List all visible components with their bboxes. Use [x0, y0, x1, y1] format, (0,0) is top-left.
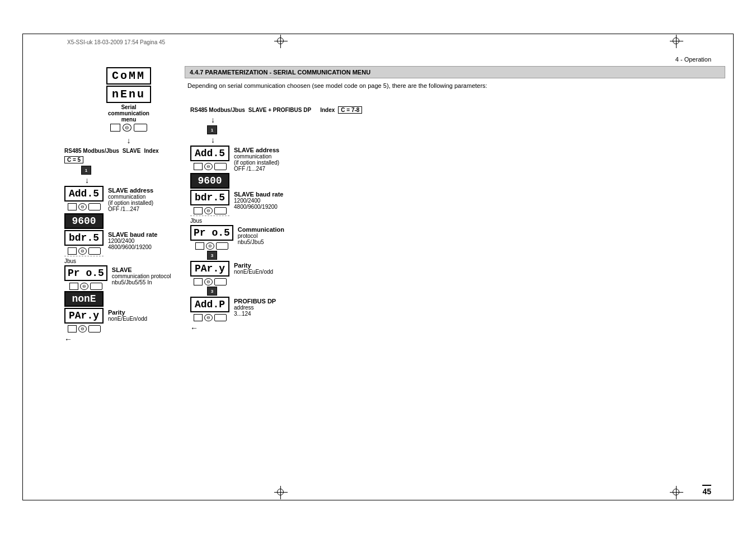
ctrl-sq [68, 203, 77, 210]
ctrl-rect-r5 [214, 314, 227, 321]
dark-num-3-right: 3 [207, 251, 217, 260]
par4-display-right: PAr.y [190, 261, 229, 277]
par4-label-line1-right: nonE/EuEn/odd [234, 269, 273, 275]
par4-display-left: PAr.y [64, 308, 104, 324]
ctrl-circ-r5: ⊖ [204, 314, 213, 321]
dark-num-3b-right: 3 [207, 287, 217, 296]
header-file-info: X5-SSI-uk 18-03-2009 17:54 Pagina 45 [67, 39, 165, 45]
crosshair-top-right [670, 35, 683, 48]
section-heading-bar: 4.4.7 PARAMETERIZATION - SERIAL COMMUNIC… [185, 66, 725, 78]
dark-num-1-right: 1 [207, 125, 217, 134]
pro5-display-left: Pr o.5 [64, 265, 107, 281]
comm-display: CoMM [106, 67, 151, 85]
page-border-bottom [22, 500, 734, 500]
ctrl-sq2 [68, 247, 77, 255]
pro5-label-bold-left: SLAVE [112, 266, 171, 273]
right-block5: Add.P ⊖ PROFIBUS DP address 3...124 [190, 297, 554, 321]
add5-label-bold-left: SLAVE address [108, 187, 153, 194]
ctrl-rect2 [88, 247, 101, 255]
ctrl-circ3: ⊖ [80, 283, 88, 290]
add5-label-line3-right: OFF /1...247 [234, 166, 279, 172]
index-box-right: C = 7-8 [338, 106, 362, 114]
right-block3: Pr o.5 ⊖ Communication protocol nbu5/Jbu… [190, 225, 554, 250]
bdr5-label-line2-left: 4800/9600/19200 [108, 244, 157, 250]
pro5-label-line2-right: nbu5/Jbu5 [238, 239, 284, 245]
ctrl-rect-r1 [214, 163, 227, 170]
page-border-left [22, 34, 23, 500]
crosshair-bottom-right [670, 486, 683, 499]
ctrl-rect-r3 [216, 242, 228, 250]
ctrl-rect4 [88, 325, 101, 332]
add5-display-right: Add.5 [190, 146, 229, 161]
ctrl-circ-r3: ⊖ [206, 242, 214, 250]
add5-label-line2-right: (if option installed) [234, 160, 279, 166]
ctrl-sq-1 [110, 124, 120, 132]
right-block1: Add.5 ⊖ SLAVE address communication (if … [190, 146, 554, 172]
bdr5-label-line2-right: 4800/9600/19200 [234, 204, 283, 210]
ctrl-circ: ⊖ [78, 203, 87, 210]
ctrl-circ2: ⊖ [78, 247, 87, 255]
add5-display-left: Add.5 [64, 186, 104, 202]
bdr5-display-right: bdr.5 [190, 190, 229, 205]
page-border-right [733, 34, 734, 500]
ctrl-circ-r4: ⊖ [204, 278, 213, 285]
pro5-label-bold-right: Communication [238, 226, 284, 233]
crosshair-top-left [274, 35, 288, 48]
ctrl-sq-r4 [194, 278, 203, 285]
add5-label-line1-left: communication [108, 194, 153, 200]
dark-num-1-left: 1 [81, 166, 91, 175]
ctrl-sq-r3 [195, 242, 204, 250]
crosshair-bottom-left [274, 486, 288, 499]
addp-display-right: Add.P [190, 297, 229, 312]
arrow-down-2: ↓ [85, 176, 193, 185]
right-diagram: RS485 Modbus/Jbus SLAVE + PROFIBUS DP In… [190, 106, 554, 332]
ctrl-rect3 [90, 283, 102, 290]
left-block3: Pr o.5 ⊖ SLAVE communication protocol nb… [64, 265, 193, 290]
menu-display: nEnu [106, 86, 151, 103]
arrow-left-right: ← [190, 324, 554, 332]
add5-label-line3-left: OFF /1...247 [108, 206, 153, 212]
section-label: 4 - Operation [675, 56, 711, 63]
baud-dark-display-left: 9600 [64, 213, 193, 229]
left-block4: PAr.y ⊖ Parity nonE/EuEn/odd [64, 308, 193, 332]
ctrl-rect [88, 203, 101, 210]
par4-label-line1-left: nonE/EuEn/odd [108, 316, 147, 322]
pro5-label-line1-right: protocol [238, 233, 284, 239]
none-display-left: nonE [64, 291, 104, 307]
bdr5-label-line1-right: 1200/2400 [234, 198, 283, 204]
add5-label-bold-right: SLAVE address [234, 147, 279, 153]
right-block4: PAr.y ⊖ Parity nonE/EuEn/odd [190, 261, 554, 285]
ctrl-rect-r4 [214, 278, 227, 285]
rs485-label-row-right: RS485 Modbus/Jbus SLAVE + PROFIBUS DP In… [190, 106, 554, 114]
addp-label-line2-right: 3...124 [234, 311, 276, 317]
section-heading-text: 4.4.7 PARAMETERIZATION - SERIAL COMMUNIC… [185, 66, 725, 78]
pro5-label-line1-left: communication protocol [112, 273, 171, 279]
bdr5-label-bold-left: SLAVE baud rate [108, 231, 157, 238]
menu-display-area: nEnu [64, 86, 193, 103]
pro5-display-right: Pr o.5 [190, 225, 233, 241]
ctrl-sq4 [68, 325, 77, 332]
ctrl-sq-r5 [194, 314, 203, 321]
rs485-label-row-left: RS485 Modbus/Jbus SLAVE Index [64, 148, 193, 154]
ctrl-sq3 [69, 283, 78, 290]
ctrl-circ-r1: ⊖ [204, 163, 213, 170]
page-number: 45 [702, 485, 711, 496]
ctrl-rect-r2 [214, 207, 227, 214]
add5-label-line2-left: (if option installed) [108, 200, 153, 206]
ctrl-circle-1: ⊖ [123, 124, 132, 132]
right-block2: bdr.5 ⊖ SLAVE baud rate 1200/2400 4800/9… [190, 190, 554, 214]
description-text: Depending on serial communication choose… [187, 81, 487, 91]
add5-label-line1-right: communication [234, 153, 279, 160]
bdr5-label-bold-right: SLAVE baud rate [234, 191, 283, 198]
addp-label-bold-right: PROFIBUS DP [234, 298, 276, 305]
arrow-down-1: ↓ [64, 136, 193, 145]
comm-controls: ⊖ [64, 124, 193, 132]
left-diagram: CoMM nEnu Serial communication menu ⊖ ↓ … [64, 67, 193, 344]
page-border-top [22, 34, 734, 34]
left-block2: bdr.5 ⊖ SLAVE baud rate 1200/2400 4800/9… [64, 230, 193, 255]
arrow-left-left: ← [64, 335, 193, 344]
par4-label-bold-left: Parity [108, 309, 147, 316]
bdr5-label-line1-left: 1200/2400 [108, 238, 157, 244]
index-box-left: C = 5 [64, 156, 193, 163]
arrow-down-right-1: ↓ [211, 115, 554, 124]
